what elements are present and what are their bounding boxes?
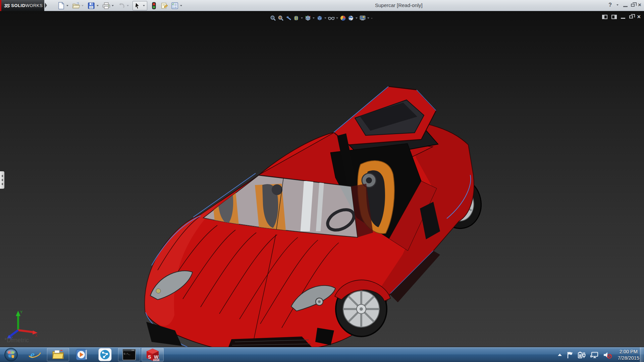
share-tool-button[interactable]	[97, 348, 113, 361]
volume-muted-icon[interactable]	[603, 351, 612, 359]
reference-triad: Y X Z	[5, 309, 39, 340]
app-close-button[interactable]: ×	[638, 2, 641, 8]
svg-text:C:\_: C:\_	[124, 352, 130, 355]
svg-text:S: S	[148, 354, 151, 360]
help-dropdown[interactable]	[616, 4, 619, 6]
action-center-flag-icon[interactable]	[567, 351, 573, 359]
collapse-arrow-icon	[1, 179, 3, 181]
command-prompt-icon: C:\_	[122, 349, 136, 360]
display-style-dropdown[interactable]	[324, 17, 326, 19]
display-style-button[interactable]	[316, 15, 323, 22]
select-tool-pressed[interactable]	[132, 1, 147, 10]
internet-explorer-button[interactable]: e	[28, 348, 42, 361]
help-button[interactable]: ?	[608, 2, 612, 8]
select-dropdown[interactable]	[143, 5, 145, 6]
collapse-arrow-icon	[1, 183, 3, 185]
triad-y-label: Y	[20, 310, 23, 314]
logo-text-solid: SOLID	[11, 3, 25, 8]
options-list-icon	[171, 2, 178, 9]
front-wheel	[335, 280, 390, 337]
options-button[interactable]	[171, 2, 179, 10]
file-properties-icon	[161, 2, 168, 9]
print-button[interactable]	[102, 2, 110, 10]
media-player-icon	[75, 349, 88, 361]
hide-show-items-dropdown[interactable]	[336, 17, 338, 19]
doc-close-button[interactable]: ×	[637, 14, 641, 20]
toolbar-separator	[371, 18, 372, 19]
apply-scene-dropdown[interactable]	[356, 17, 358, 19]
hide-show-items-button[interactable]	[328, 15, 335, 22]
command-prompt-button[interactable]: C:\_	[118, 348, 140, 361]
menu-flyout-arrow-icon[interactable]	[45, 3, 47, 8]
undo-button[interactable]	[117, 2, 125, 10]
windows-taskbar: e C:\_	[0, 347, 644, 362]
clock-time: 2:00 PM	[618, 349, 639, 355]
folder-icon	[52, 349, 64, 360]
show-desktop-button[interactable]	[640, 347, 644, 362]
view-orientation-label: *Dimetric	[4, 337, 29, 344]
select-cursor-icon	[133, 2, 142, 10]
doc-minimize-button[interactable]	[621, 18, 625, 19]
rebuild-button[interactable]	[150, 2, 158, 10]
hidden-icons-button[interactable]	[557, 353, 562, 357]
share-tool-icon	[98, 348, 112, 361]
undo-dropdown[interactable]	[127, 5, 129, 6]
printer-icon	[103, 2, 110, 9]
solidworks-app-icon: S W 2015	[146, 348, 160, 361]
svg-text:e: e	[30, 349, 35, 360]
app-minimize-button[interactable]	[623, 6, 628, 7]
edit-appearance-button[interactable]	[339, 15, 346, 22]
graphics-viewport[interactable]: × Y X Z *Dimetric	[0, 11, 644, 347]
app-restore-button[interactable]	[631, 4, 635, 7]
featuremanager-collapsed-tab[interactable]	[0, 171, 4, 189]
start-button[interactable]	[3, 348, 19, 361]
new-document-button[interactable]	[57, 2, 65, 10]
section-view-button[interactable]	[292, 15, 300, 22]
document-title: Supercar [Read-only]	[375, 2, 423, 8]
save-floppy-icon	[88, 2, 95, 9]
system-tray: 2:00 PM 7/28/2015	[557, 347, 639, 362]
options-dropdown[interactable]	[180, 5, 182, 6]
file-properties-button[interactable]	[160, 2, 168, 10]
previous-view-button[interactable]	[285, 15, 292, 22]
collapse-arrow-icon	[1, 175, 3, 177]
show-left-pane-button[interactable]	[602, 15, 607, 19]
svg-text:2015: 2015	[153, 358, 159, 361]
traffic-light-icon	[152, 2, 156, 9]
save-button[interactable]	[87, 2, 95, 10]
undo-icon	[118, 2, 125, 9]
power-battery-icon[interactable]	[578, 351, 586, 359]
open-folder-icon	[72, 2, 80, 9]
internet-explorer-icon: e	[28, 348, 41, 361]
titlebar: 3S SOLIDWORKS	[0, 0, 644, 11]
taskbar-clock[interactable]: 2:00 PM 7/28/2015	[618, 349, 639, 361]
ds-logo-icon: 3S	[4, 3, 9, 8]
apply-scene-button[interactable]	[347, 15, 354, 22]
document-window-controls: ×	[602, 14, 641, 20]
open-dropdown[interactable]	[82, 5, 84, 6]
print-dropdown[interactable]	[112, 5, 114, 6]
show-right-pane-button[interactable]	[611, 15, 617, 19]
clock-date: 7/28/2015	[618, 355, 639, 361]
solidworks-taskbar-button[interactable]: S W 2015	[142, 348, 164, 361]
section-view-dropdown[interactable]	[301, 17, 303, 19]
triad-x-label: X	[35, 334, 38, 338]
network-icon[interactable]	[590, 351, 599, 359]
supercar-model[interactable]	[0, 11, 644, 347]
zoom-to-area-button[interactable]	[277, 15, 284, 22]
logo-text-works: WORKS	[25, 3, 43, 8]
view-orientation-dropdown[interactable]	[313, 17, 315, 19]
solidworks-logo: 3S SOLIDWORKS	[1, 0, 44, 11]
save-dropdown[interactable]	[97, 5, 99, 6]
media-player-button[interactable]	[74, 348, 89, 361]
open-button[interactable]	[72, 2, 80, 10]
zoom-to-fit-button[interactable]	[269, 15, 276, 22]
windows-explorer-button[interactable]	[47, 348, 69, 361]
standard-toolbar	[57, 1, 186, 10]
view-settings-dropdown[interactable]	[367, 17, 369, 19]
windows-start-icon	[4, 348, 18, 362]
doc-restore-button[interactable]	[629, 15, 633, 18]
new-dropdown[interactable]	[66, 5, 68, 6]
view-settings-button[interactable]	[359, 15, 366, 22]
view-orientation-button[interactable]	[304, 15, 311, 22]
